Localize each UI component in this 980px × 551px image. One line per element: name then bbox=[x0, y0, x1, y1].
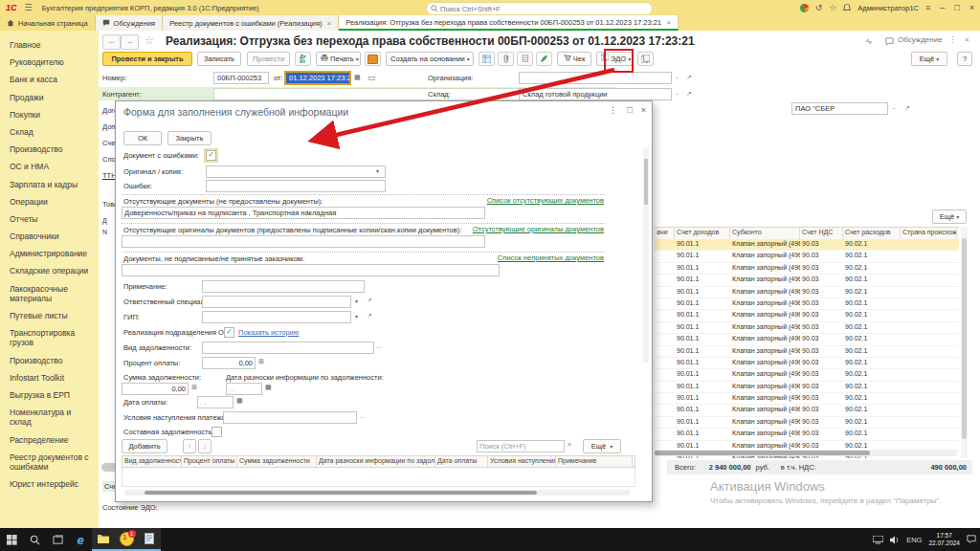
discussion-icon[interactable] bbox=[885, 37, 894, 46]
sidebar-item[interactable]: Реестр документов с ошибками bbox=[0, 449, 99, 475]
bank-account-field-fragment[interactable]: ПАО "СБЕР bbox=[791, 102, 888, 115]
tab-close-icon[interactable]: × bbox=[327, 19, 332, 28]
close-button[interactable]: Закрыть bbox=[167, 131, 212, 145]
note-field[interactable] bbox=[202, 280, 365, 293]
original-copy-select[interactable] bbox=[206, 165, 386, 178]
missing-originals-link[interactable]: Отсутствующие оригиналы документов bbox=[473, 225, 604, 233]
sidebar-item[interactable]: Администрирование bbox=[0, 245, 99, 262]
column-header[interactable]: Вид задолженности bbox=[122, 456, 182, 467]
resp-specialist-select[interactable] bbox=[202, 296, 351, 308]
table-row[interactable]: 90.01.1 Клапан запорный (496 ... 90.03 9… bbox=[655, 358, 959, 369]
language-indicator[interactable]: ENG bbox=[906, 536, 922, 544]
open-icon[interactable]: ↗ bbox=[904, 104, 910, 112]
receipt-button[interactable]: Чек bbox=[557, 52, 591, 66]
sidebar-item[interactable]: Склад bbox=[0, 123, 99, 141]
table-more-button[interactable]: Ещё▾ bbox=[932, 209, 967, 224]
edo-button[interactable]: ЭДО▾ bbox=[596, 52, 633, 66]
unsigned-docs-link[interactable]: Список непринятых документов bbox=[498, 253, 604, 262]
doc-with-errors-checkbox[interactable]: ✓ bbox=[206, 150, 216, 161]
table-row[interactable]: 90.01.1 Клапан запорный (496 ... 90.03 9… bbox=[655, 298, 959, 310]
sidebar-item[interactable]: Номенклатура и склад bbox=[0, 404, 99, 430]
favorite-star-icon[interactable]: ☆ bbox=[145, 34, 154, 47]
missing-docs-link[interactable]: Список отсутствующих документов bbox=[487, 196, 604, 205]
organization-field[interactable] bbox=[519, 72, 672, 84]
sidebar-item[interactable]: Отчеты bbox=[0, 210, 99, 228]
column-header[interactable]: Дата оплаты bbox=[435, 456, 488, 467]
unsigned-docs-field[interactable] bbox=[122, 264, 500, 276]
calculator-icon[interactable]: ⊞ bbox=[258, 358, 264, 365]
warehouse-field[interactable]: Склад готовой продукции bbox=[519, 88, 672, 100]
table-row[interactable]: 90.01.1 Клапан запорный (496 ... 90.03 9… bbox=[655, 310, 959, 321]
sidebar-item[interactable]: Складские операции bbox=[0, 262, 99, 279]
print-button[interactable]: Печать▾ bbox=[316, 52, 361, 66]
horizontal-scrollbar[interactable] bbox=[655, 450, 957, 456]
post-button[interactable]: Провести bbox=[247, 52, 290, 66]
task-view-icon[interactable] bbox=[46, 528, 69, 551]
file-explorer-icon[interactable] bbox=[92, 528, 115, 551]
sidebar-item[interactable]: Продажи bbox=[0, 89, 99, 106]
pay-terms-field[interactable] bbox=[223, 411, 357, 424]
open-icon[interactable]: ↗ bbox=[367, 312, 372, 320]
number-field[interactable]: 00БП-000253 bbox=[213, 72, 269, 84]
service-menu-icon[interactable]: ≡ bbox=[925, 3, 930, 12]
more-button[interactable]: Ещё▾ bbox=[911, 52, 947, 66]
modal-maximize-icon[interactable]: □ bbox=[628, 105, 633, 115]
move-down-icon[interactable]: ↓ bbox=[198, 439, 212, 453]
modal-close-icon[interactable]: × bbox=[641, 105, 646, 115]
reports-icon[interactable] bbox=[479, 52, 495, 66]
tab-registry[interactable]: Реестр документов с ошибками (Реализация… bbox=[163, 15, 339, 31]
ellipsis-button[interactable]: ... bbox=[360, 412, 366, 419]
toggle-fragment[interactable] bbox=[101, 463, 115, 472]
table-row[interactable]: 90.01.1 Клапан запорный (496 ... 90.03 9… bbox=[655, 393, 959, 405]
open-icon[interactable]: ↗ bbox=[367, 297, 372, 304]
collaboration-icon[interactable] bbox=[800, 4, 809, 12]
table-row[interactable]: 90.01.1 Клапан запорный (496 ... 90.03 9… bbox=[655, 429, 959, 440]
errors-field[interactable] bbox=[206, 180, 386, 192]
create-on-basis-button[interactable]: Создать на основании▾ bbox=[386, 52, 474, 66]
calendar-icon[interactable]: ▦ bbox=[265, 384, 272, 391]
table-row[interactable]: 90.01.1 Клапан запорный (496 ... 90.03 9… bbox=[655, 239, 959, 251]
1c-document-icon[interactable] bbox=[138, 528, 161, 551]
close-form-icon[interactable]: × bbox=[965, 35, 969, 44]
chevron-down-icon[interactable]: ▾ bbox=[376, 167, 379, 174]
favorites-star-icon[interactable]: ☆ bbox=[829, 3, 836, 12]
column-header[interactable]: Процент оплаты bbox=[182, 456, 237, 467]
taskbar-search-icon[interactable] bbox=[23, 528, 46, 551]
back-icon[interactable]: ← bbox=[102, 34, 121, 50]
sidebar-item[interactable]: Распределение bbox=[0, 431, 99, 449]
calendar-icon[interactable]: ▦ bbox=[236, 397, 243, 405]
tab-realization[interactable]: Реализация: Отгрузка без перехода права … bbox=[339, 15, 679, 31]
maximize-icon[interactable]: □ bbox=[954, 3, 959, 12]
sidebar-item[interactable]: Производство bbox=[0, 352, 99, 369]
column-header[interactable]: Условия наступления... bbox=[488, 456, 556, 467]
pay-percent-field[interactable]: 0,00 bbox=[202, 357, 256, 369]
sidebar-item[interactable]: Операции bbox=[0, 193, 99, 210]
notifications-icon[interactable] bbox=[843, 4, 851, 12]
debt-sum-field[interactable]: 0,00 bbox=[122, 383, 189, 395]
table-row[interactable]: 90.01.1 Клапан запорный (496 ... 90.03 9… bbox=[655, 287, 959, 298]
table-row[interactable]: 90.01.1 Клапан запорный (496 ... 90.03 9… bbox=[655, 322, 959, 334]
clear-icon[interactable]: - bbox=[676, 90, 678, 97]
current-user[interactable]: Администратор1С bbox=[858, 4, 919, 12]
contragent-field[interactable] bbox=[213, 88, 558, 100]
volume-icon[interactable] bbox=[890, 536, 900, 544]
open-icon[interactable]: ↗ bbox=[686, 90, 692, 98]
debt-kind-field[interactable] bbox=[202, 342, 374, 354]
help-button[interactable]: ? bbox=[957, 52, 972, 66]
tab-close-icon[interactable]: × bbox=[666, 18, 671, 27]
tab-discussions[interactable]: Обсуждения bbox=[96, 15, 164, 31]
sidebar-item[interactable]: Руководителю bbox=[0, 54, 99, 71]
clear-icon[interactable]: - bbox=[676, 74, 678, 80]
modal-horizontal-scrollbar[interactable] bbox=[125, 490, 630, 496]
add-row-button[interactable]: Добавить bbox=[122, 439, 167, 453]
post-and-close-button[interactable]: Провести и закрыть bbox=[102, 52, 192, 66]
ok-button[interactable]: ОК bbox=[123, 131, 162, 145]
discussion-link[interactable]: Обсуждение bbox=[898, 35, 943, 44]
open-icon[interactable]: ↗ bbox=[686, 74, 692, 81]
table-row[interactable]: 90.01.1 Клапан запорный (496 ... 90.03 9… bbox=[655, 405, 959, 416]
debt-date-field[interactable]: . . bbox=[226, 383, 262, 395]
table-row[interactable]: 90.01.1 Клапан запорный (496 ... 90.03 9… bbox=[655, 275, 959, 286]
clear-icon[interactable]: - bbox=[893, 104, 895, 111]
vertical-scrollbar[interactable] bbox=[961, 227, 968, 458]
table-row[interactable]: 90.01.1 Клапан запорный (496 ... 90.03 9… bbox=[655, 417, 959, 429]
